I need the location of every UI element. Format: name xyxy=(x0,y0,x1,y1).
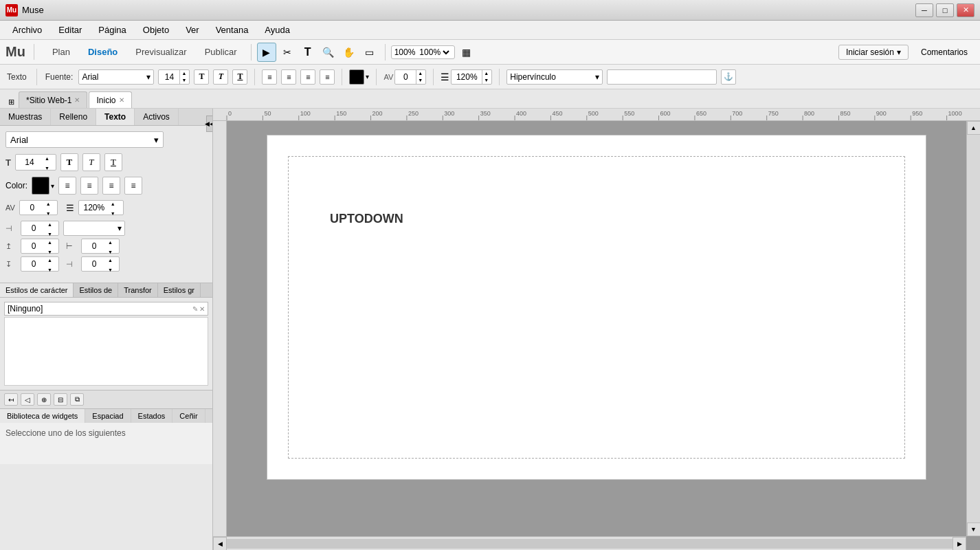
canvas-text[interactable]: UPTODOWN xyxy=(330,212,403,226)
bold-button[interactable]: T xyxy=(194,69,209,85)
ls-up[interactable]: ▲ xyxy=(109,201,117,206)
menu-ver[interactable]: Ver xyxy=(179,23,206,37)
anchor-button[interactable]: ⚓ xyxy=(721,69,736,85)
panel-bold-button[interactable]: T xyxy=(60,153,78,171)
indent-input-3[interactable] xyxy=(82,241,107,251)
panel-ls-stepper[interactable]: ▲ ▼ xyxy=(78,200,124,215)
color-chevron-icon[interactable]: ▾ xyxy=(366,73,369,80)
panel-size-down[interactable]: ▼ xyxy=(43,166,51,170)
ls-down[interactable]: ▼ xyxy=(109,211,117,216)
panel-av-input[interactable] xyxy=(20,203,45,212)
rectangle-tool[interactable]: ▭ xyxy=(360,43,379,62)
bottom-tab-cenir[interactable]: Ceñir xyxy=(172,409,205,423)
indent-down-3[interactable]: ▼ xyxy=(107,250,114,254)
align-center-button[interactable]: ≡ xyxy=(281,69,296,85)
menu-archivo[interactable]: Archivo xyxy=(5,23,49,37)
styles-tab-graphic[interactable]: Estilos gr xyxy=(158,283,201,297)
indent-down-5[interactable]: ▼ xyxy=(107,267,114,272)
indent-up-5[interactable]: ▲ xyxy=(107,258,114,263)
indent-input-5[interactable] xyxy=(82,259,107,269)
av-spin-buttons[interactable]: ▲ ▼ xyxy=(416,70,424,84)
panel-align-justify[interactable]: ≡ xyxy=(124,177,142,195)
panel-av-stepper[interactable]: ▲ ▼ xyxy=(19,200,58,215)
panel-size-spin[interactable]: ▲ ▼ xyxy=(43,153,56,172)
size-down-icon[interactable]: ▼ xyxy=(180,77,188,84)
align-justify-button[interactable]: ≡ xyxy=(320,69,335,85)
panel-size-up[interactable]: ▲ xyxy=(43,156,51,161)
indent-input-1[interactable] xyxy=(21,223,46,233)
scroll-down-button[interactable]: ▼ xyxy=(967,522,981,536)
color-control[interactable]: ▾ xyxy=(349,69,369,85)
panel-tab-texto[interactable]: Texto xyxy=(96,109,135,125)
indent-spin-4[interactable]: ▲ ▼ xyxy=(46,254,58,274)
indent-down-4[interactable]: ▼ xyxy=(46,267,54,272)
indent-up-4[interactable]: ▲ xyxy=(46,258,54,263)
indent-input-2[interactable] xyxy=(21,241,46,251)
panel-color-chevron-icon[interactable]: ▾ xyxy=(51,182,54,190)
size-spin-buttons[interactable]: ▲ ▼ xyxy=(179,70,188,84)
bt-btn-2[interactable]: ◁ xyxy=(21,393,34,406)
bt-btn-1[interactable]: ↤ xyxy=(4,393,18,406)
indent-up-2[interactable]: ▲ xyxy=(46,240,54,245)
size-input[interactable]: 14 xyxy=(159,72,179,82)
av-down[interactable]: ▼ xyxy=(45,211,52,216)
menu-objeto[interactable]: Objeto xyxy=(136,23,176,37)
bt-btn-4[interactable]: ⊟ xyxy=(54,393,67,406)
menu-editar[interactable]: Editar xyxy=(52,23,89,37)
hyperlink-dropdown[interactable]: Hipervínculo ▾ xyxy=(506,69,603,85)
tab-diseno[interactable]: Diseño xyxy=(80,44,126,60)
scroll-right-button[interactable]: ▶ xyxy=(953,537,966,551)
menu-ayuda[interactable]: Ayuda xyxy=(258,23,297,37)
indent-stepper-5[interactable]: ▲ ▼ xyxy=(81,256,120,272)
zoom-select[interactable]: 100% 75% 50% 150% 200% xyxy=(416,47,452,58)
comments-button[interactable]: Comentarios xyxy=(914,45,975,59)
indent-up-3[interactable]: ▲ xyxy=(107,240,114,245)
styles-none-controls[interactable]: ✎ ✕ xyxy=(192,305,205,313)
panel-italic-button[interactable]: T xyxy=(82,153,100,171)
size-up-icon[interactable]: ▲ xyxy=(180,70,188,77)
styles-close-icon[interactable]: ✕ xyxy=(199,305,205,313)
hand-tool[interactable]: ✋ xyxy=(339,43,359,62)
indent-spin-5[interactable]: ▲ ▼ xyxy=(107,254,119,274)
close-button[interactable]: ✕ xyxy=(957,3,975,17)
styles-tab-transform[interactable]: Transfor xyxy=(118,283,158,297)
ls-down-icon[interactable]: ▼ xyxy=(482,77,490,84)
bottom-tab-widgets[interactable]: Biblioteca de widgets xyxy=(0,409,85,423)
styles-tab-character[interactable]: Estilos de carácter xyxy=(0,283,74,297)
av-input[interactable] xyxy=(395,72,416,82)
bottom-tab-espaciad[interactable]: Espaciad xyxy=(85,409,131,423)
indent-down-2[interactable]: ▼ xyxy=(46,250,54,254)
panel-av-spin[interactable]: ▲ ▼ xyxy=(45,198,57,217)
panel-ls-spin[interactable]: ▲ ▼ xyxy=(109,198,123,217)
menu-ventana[interactable]: Ventana xyxy=(209,23,256,37)
indent-stepper-1[interactable]: ▲ ▼ xyxy=(21,221,59,236)
size-stepper[interactable]: 14 ▲ ▼ xyxy=(158,69,190,85)
bt-btn-3[interactable]: ⊕ xyxy=(37,393,51,406)
panel-align-left[interactable]: ≡ xyxy=(58,177,76,195)
panel-font-dropdown[interactable]: Arial ▾ xyxy=(5,131,164,148)
scroll-left-button[interactable]: ◀ xyxy=(213,537,227,551)
panel-size-input[interactable]: 14 xyxy=(16,157,43,167)
panel-tab-relleno[interactable]: Relleno xyxy=(51,109,96,125)
signin-button[interactable]: Iniciar sesión ▾ xyxy=(838,45,909,60)
menu-pagina[interactable]: Página xyxy=(91,23,133,37)
underline-button[interactable]: T xyxy=(232,69,247,85)
align-left-button[interactable]: ≡ xyxy=(262,69,277,85)
indent-spin-3[interactable]: ▲ ▼ xyxy=(107,236,119,256)
panel-underline-button[interactable]: T xyxy=(104,153,122,171)
color-swatch[interactable] xyxy=(349,69,364,85)
indent-stepper-4[interactable]: ▲ ▼ xyxy=(21,256,59,272)
align-right-button[interactable]: ≡ xyxy=(300,69,315,85)
panel-ls-input[interactable] xyxy=(79,203,109,212)
indent-spin-1[interactable]: ▲ ▼ xyxy=(46,219,58,238)
tab-inicio[interactable]: Inicio ✕ xyxy=(89,91,131,108)
styles-edit-icon[interactable]: ✎ xyxy=(192,305,198,313)
bottom-tab-estados[interactable]: Estados xyxy=(131,409,173,423)
h-scroll-thumb[interactable] xyxy=(227,539,953,549)
url-input[interactable] xyxy=(608,72,716,82)
indent-up-1[interactable]: ▲ xyxy=(46,222,54,227)
panel-align-right[interactable]: ≡ xyxy=(102,177,120,195)
titlebar-controls[interactable]: ─ □ ✕ xyxy=(915,3,975,17)
panel-align-center[interactable]: ≡ xyxy=(80,177,98,195)
hyperlink-url-input[interactable] xyxy=(607,69,717,85)
